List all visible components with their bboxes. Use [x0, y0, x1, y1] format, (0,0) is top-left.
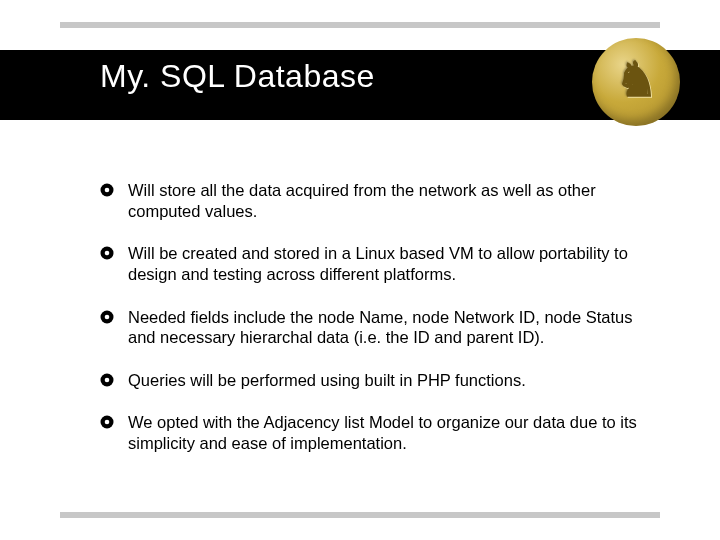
bullet-icon [100, 373, 114, 387]
bullet-text: Will store all the data acquired from th… [128, 180, 650, 221]
slide: My. SQL Database ♞ Will store all the da… [0, 0, 720, 540]
list-item: Queries will be performed using built in… [100, 370, 650, 391]
list-item: Needed fields include the node Name, nod… [100, 307, 650, 348]
svg-point-1 [105, 188, 110, 193]
logo: ♞ [592, 38, 680, 126]
svg-point-9 [105, 420, 110, 425]
bullet-text: Queries will be performed using built in… [128, 370, 650, 391]
bullet-icon [100, 310, 114, 324]
bullet-text: Will be created and stored in a Linux ba… [128, 243, 650, 284]
content-area: Will store all the data acquired from th… [100, 180, 650, 476]
list-item: Will be created and stored in a Linux ba… [100, 243, 650, 284]
list-item: Will store all the data acquired from th… [100, 180, 650, 221]
slide-title: My. SQL Database [100, 58, 375, 95]
top-divider [60, 22, 660, 28]
bullet-text: We opted with the Adjacency list Model t… [128, 412, 650, 453]
bullet-icon [100, 415, 114, 429]
list-item: We opted with the Adjacency list Model t… [100, 412, 650, 453]
svg-point-3 [105, 251, 110, 256]
svg-point-5 [105, 314, 110, 319]
bullet-icon [100, 246, 114, 260]
logo-circle: ♞ [592, 38, 680, 126]
bullet-icon [100, 183, 114, 197]
bottom-divider [60, 512, 660, 518]
svg-point-7 [105, 377, 110, 382]
pegasus-icon: ♞ [615, 56, 658, 104]
bullet-text: Needed fields include the node Name, nod… [128, 307, 650, 348]
